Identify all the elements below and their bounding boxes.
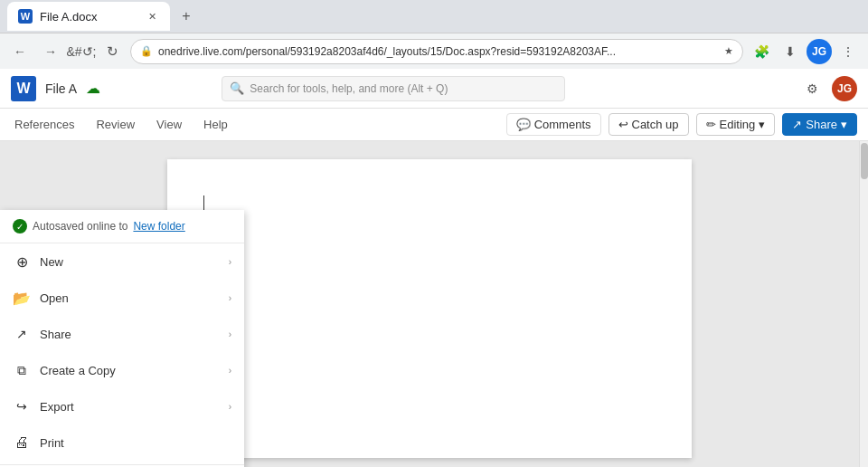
catch-up-button[interactable]: ↩ Catch up xyxy=(609,113,689,136)
refresh-button[interactable]: ↻ xyxy=(99,39,125,64)
menu-label-open: Open xyxy=(40,291,220,305)
ribbon-actions: 💬 Comments ↩ Catch up ✏ Editing ▾ ↗ Shar… xyxy=(506,113,857,136)
export-chevron-icon: › xyxy=(229,402,231,412)
back-button[interactable]: ← xyxy=(7,39,33,64)
search-placeholder-text: Search for tools, help, and more (Alt + … xyxy=(250,82,448,95)
comments-button[interactable]: 💬 Comments xyxy=(506,113,601,136)
new-icon: ⊕ xyxy=(13,253,31,271)
text-cursor xyxy=(203,195,204,210)
browser-toolbar: ← → &#↺; ↻ 🔒 onedrive.live.com/personal/… xyxy=(0,33,868,69)
browser-tab-bar: W File A.docx ✕ + xyxy=(0,0,868,33)
menu-item-new[interactable]: ⊕ New › xyxy=(0,243,244,280)
app-header: W File A ☁ 🔍 Search for tools, help, and… xyxy=(0,69,868,109)
share-chevron-icon: › xyxy=(229,329,231,339)
menu-label-share: Share xyxy=(40,328,220,341)
app-search-bar[interactable]: 🔍 Search for tools, help, and more (Alt … xyxy=(222,76,565,101)
menu-label-create-copy: Create a Copy xyxy=(40,364,220,377)
open-chevron-icon: › xyxy=(229,293,231,303)
ribbon-tab-view[interactable]: View xyxy=(153,114,185,135)
browser-profile-avatar[interactable]: JG xyxy=(807,39,832,64)
vertical-scrollbar[interactable] xyxy=(859,141,868,467)
menu-item-create-copy[interactable]: ⧉ Create a Copy › xyxy=(0,352,244,388)
search-icon: 🔍 xyxy=(230,81,244,95)
copy-icon: ⧉ xyxy=(13,361,31,379)
browser-menu-button[interactable]: ⋮ xyxy=(835,39,861,64)
active-tab[interactable]: W File A.docx ✕ xyxy=(7,2,170,31)
print-icon: 🖨 xyxy=(13,434,31,452)
share-chevron-icon: ▾ xyxy=(841,118,847,131)
menu-label-export: Export xyxy=(40,400,220,414)
file-menu-header: ✓ Autosaved online to New folder xyxy=(0,210,244,243)
editing-chevron-icon: ▾ xyxy=(759,118,765,131)
refresh-button[interactable]: &#↺; xyxy=(69,39,94,64)
ribbon-tab-help[interactable]: Help xyxy=(200,114,231,135)
main-layout: ✓ Autosaved online to New folder ⊕ New ›… xyxy=(0,141,868,467)
copy-chevron-icon: › xyxy=(229,366,231,376)
menu-label-new: New xyxy=(40,255,220,269)
catch-up-icon: ↩ xyxy=(618,118,628,131)
new-folder-link[interactable]: New folder xyxy=(133,220,184,233)
ribbon-tab-review[interactable]: Review xyxy=(92,114,138,135)
user-profile-button[interactable]: JG xyxy=(832,76,857,101)
menu-label-print: Print xyxy=(40,436,231,450)
app-filename: File A xyxy=(45,81,77,96)
tab-favicon: W xyxy=(18,9,33,24)
share-menu-icon: ↗ xyxy=(13,325,31,343)
tab-close-button[interactable]: ✕ xyxy=(145,9,159,24)
export-icon: ↪ xyxy=(13,397,31,415)
new-chevron-icon: › xyxy=(229,257,231,267)
menu-item-share[interactable]: ↗ Share › xyxy=(0,316,244,352)
menu-separator-1 xyxy=(0,464,244,465)
edit-icon: ✏ xyxy=(706,118,716,131)
header-right-section: ⚙ JG xyxy=(799,76,857,101)
word-logo: W xyxy=(11,76,36,101)
open-icon: 📂 xyxy=(13,289,31,307)
share-icon: ↗ xyxy=(792,118,802,131)
menu-item-open[interactable]: 📂 Open › xyxy=(0,280,244,316)
tab-title: File A.docx xyxy=(40,10,137,24)
settings-button[interactable]: ⚙ xyxy=(799,76,825,101)
file-menu-items: ⊕ New › 📂 Open › ↗ Share › ⧉ Create a Co… xyxy=(0,243,244,467)
ribbon: References Review View Help 💬 Comments ↩… xyxy=(0,109,868,141)
share-button[interactable]: ↗ Share ▾ xyxy=(782,113,857,136)
document-page[interactable] xyxy=(167,159,692,458)
url-text: onedrive.live.com/personal/593192a8203af… xyxy=(158,45,719,58)
autosave-cloud-icon: ☁ xyxy=(86,80,100,97)
autosave-text: Autosaved online to xyxy=(33,220,127,233)
menu-item-print[interactable]: 🖨 Print xyxy=(0,424,244,461)
autosave-indicator: ✓ Autosaved online to New folder xyxy=(13,219,185,234)
comments-icon: 💬 xyxy=(516,118,531,131)
menu-item-export[interactable]: ↪ Export › xyxy=(0,388,244,424)
forward-button[interactable]: → xyxy=(38,39,63,64)
new-tab-button[interactable]: + xyxy=(174,4,199,29)
editing-button[interactable]: ✏ Editing ▾ xyxy=(696,113,776,136)
scrollbar-thumb[interactable] xyxy=(861,143,868,179)
checkmark-icon: ✓ xyxy=(16,222,24,232)
file-menu: ✓ Autosaved online to New folder ⊕ New ›… xyxy=(0,210,244,467)
address-bar[interactable]: 🔒 onedrive.live.com/personal/593192a8203… xyxy=(130,39,743,64)
ribbon-tab-references[interactable]: References xyxy=(11,114,78,135)
autosave-dot: ✓ xyxy=(13,219,27,234)
browser-downloads-button[interactable]: ⬇ xyxy=(778,39,803,64)
browser-extensions-button[interactable]: 🧩 xyxy=(749,39,774,64)
browser-toolbar-icons: 🧩 ⬇ JG ⋮ xyxy=(749,39,861,64)
